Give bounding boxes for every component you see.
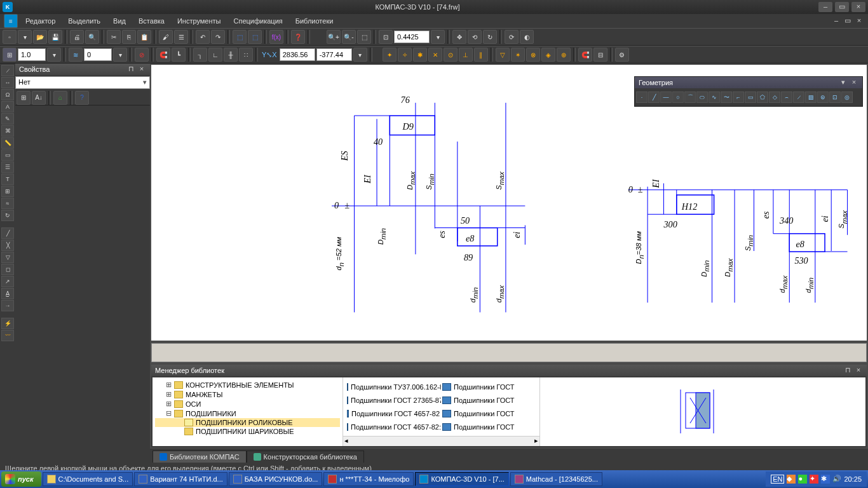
vars-button[interactable]: f(x) <box>269 30 283 44</box>
lang-indicator[interactable]: EN <box>771 475 784 484</box>
prop-alpha-button[interactable]: A↓ <box>32 91 46 105</box>
prop-cat-button[interactable]: ⊞ <box>17 91 31 105</box>
paste-button[interactable]: 📋 <box>137 30 151 44</box>
grid-step-input[interactable] <box>18 48 46 61</box>
rect-tool[interactable]: ▭ <box>745 92 756 103</box>
select-tool[interactable]: ▭ <box>1 149 14 161</box>
zoom-input[interactable] <box>394 30 430 43</box>
save-button[interactable]: 💾 <box>48 30 62 44</box>
copy-props-button[interactable]: 🖌 <box>159 30 173 44</box>
taskbar-item-explorer[interactable]: C:\Documents and S... <box>43 472 133 486</box>
geom-tool[interactable]: ⟋ <box>1 65 14 76</box>
doc-restore-button[interactable]: ▭ <box>843 17 853 25</box>
snap12-button[interactable]: ⊕ <box>557 48 571 62</box>
spec-tool[interactable]: ☰ <box>1 161 14 173</box>
help-button[interactable]: ❓ <box>291 30 305 44</box>
minimize-button[interactable]: – <box>818 2 832 12</box>
symbols-tool[interactable]: Ω <box>1 89 14 100</box>
coord-dd[interactable]: ▾ <box>353 48 367 62</box>
doc-close-button[interactable]: × <box>854 17 864 25</box>
properties-close-icon[interactable]: × <box>137 65 146 74</box>
ellipse-tool[interactable]: ⬭ <box>696 92 708 103</box>
aux-tool[interactable]: ╳ <box>1 240 14 251</box>
spring-tool[interactable]: 〰 <box>1 330 14 341</box>
collect-tool[interactable]: ⊡ <box>829 92 841 103</box>
tree-item-seals[interactable]: ⊞МАНЖЕТЫ <box>155 390 340 399</box>
taskbar-item-kompas[interactable]: КОМПАС-3D V10 - [7... <box>415 472 508 486</box>
tray-clock[interactable]: 20:25 <box>844 475 862 483</box>
table-tool[interactable]: ⊞ <box>1 186 14 197</box>
tree-item-constructive[interactable]: ⊞КОНСТРУКТИВНЫЕ ЭЛЕМЕНТЫ <box>155 380 340 390</box>
zoom-in-button[interactable]: 🔍+ <box>327 30 341 44</box>
measure-tool[interactable]: 📏 <box>1 137 14 149</box>
shade-button[interactable]: ◐ <box>520 30 534 44</box>
tab-construct-lib[interactable]: Конструкторская библиотека <box>247 451 364 463</box>
menu-view[interactable]: Вид <box>108 16 131 26</box>
ortho-button[interactable]: ┐ <box>193 48 207 62</box>
preview-button[interactable]: 🔍 <box>85 30 99 44</box>
tree-item-ball-bearings[interactable]: ПОДШИПНИКИ ШАРИКОВЫЕ <box>155 427 340 436</box>
props-button[interactable]: ☰ <box>174 30 188 44</box>
rotate-button[interactable]: ↻ <box>483 30 497 44</box>
contour-tool[interactable]: ◇ <box>769 92 780 103</box>
dim-tool[interactable]: ↔ <box>1 77 14 88</box>
fillet-tool[interactable]: ⌢ <box>781 92 792 103</box>
new-button[interactable]: ▫ <box>3 30 17 44</box>
menu-spec[interactable]: Спецификация <box>229 16 288 26</box>
snap5-button[interactable]: ⊙ <box>444 48 458 62</box>
layer-icon[interactable]: ≋ <box>69 48 83 62</box>
tab-kompas-libs[interactable]: Библиотеки КОМПАС <box>153 451 247 463</box>
local-cs-button[interactable]: ┗ <box>172 48 186 62</box>
segment-tool[interactable]: — <box>660 92 672 103</box>
zoom-out-button[interactable]: 🔍- <box>342 30 356 44</box>
zoom-dd-button[interactable]: ▾ <box>431 30 445 44</box>
leader-tool[interactable]: ↗ <box>1 276 14 287</box>
rough-tool[interactable]: ▽ <box>1 252 14 263</box>
coord-x-input[interactable] <box>280 48 315 61</box>
libmgr-scrollbar[interactable]: ◂▸ <box>343 436 539 446</box>
taskbar-item-word1[interactable]: Вариант 74 НТиТИ.d... <box>134 472 227 486</box>
label-tool[interactable]: A̲ <box>1 288 14 299</box>
t-tool[interactable]: T <box>1 173 14 185</box>
list-item[interactable]: Подшипники ГОСТ 27365-87 <box>346 393 441 407</box>
libmgr-list[interactable]: Подшипники ТУ37.006.162-89 Подшипники ГО… <box>343 377 540 436</box>
close-button[interactable]: × <box>851 2 865 12</box>
properties-pin-icon[interactable]: ⊓ <box>126 65 135 74</box>
redraw-button[interactable]: ⟳ <box>505 30 519 44</box>
equidist-tool[interactable]: ⊜ <box>817 92 829 103</box>
zoom-window-button[interactable]: ⬚ <box>357 30 371 44</box>
snap7-button[interactable]: ∥ <box>474 48 488 62</box>
properties-combo[interactable]: Нет <box>15 76 150 89</box>
snap-button[interactable]: 🧲 <box>156 48 170 62</box>
list-item[interactable]: Подшипники ГОСТ <box>441 393 536 407</box>
list-item[interactable]: Подшипники ГОСТ <box>441 407 536 420</box>
tree-item-bearings[interactable]: ⊟ПОДШИПНИКИ <box>155 409 340 418</box>
circle-tool[interactable]: ○ <box>672 92 684 103</box>
drawing-canvas[interactable]: Геометрия ▾ × · ╱ — ○ ⌒ ⬭ ∿ 〜 ⌐ ▭ <box>151 65 867 341</box>
region-tool[interactable]: ◎ <box>841 92 853 103</box>
list-item[interactable]: Подшипники ТУ37.006.162-89 <box>346 380 441 393</box>
list-item[interactable]: Подшипники ГОСТ <box>441 380 536 393</box>
lib-button[interactable]: ⬚ <box>233 30 247 44</box>
list-item[interactable]: Подшипники ГОСТ 4657-82::1 <box>346 420 441 433</box>
point-tool[interactable]: · <box>636 92 648 103</box>
snap3-button[interactable]: ✱ <box>413 48 427 62</box>
libmgr-pin-icon[interactable]: ⊓ <box>843 366 852 375</box>
param-button[interactable]: ∷ <box>239 48 253 62</box>
doc-minimize-button[interactable]: – <box>831 17 841 25</box>
snap1-button[interactable]: ✦ <box>383 48 397 62</box>
datum-tool[interactable]: ◻ <box>1 264 14 275</box>
tray-icon[interactable]: ◆ <box>787 475 796 484</box>
snap11-button[interactable]: ◈ <box>541 48 555 62</box>
hatch-tool[interactable]: ▨ <box>805 92 817 103</box>
prop-help-button[interactable]: ? <box>75 91 89 105</box>
stop-button[interactable]: ⊘ <box>135 48 149 62</box>
snap10-button[interactable]: ⊗ <box>526 48 540 62</box>
lib2-button[interactable]: ⬚ <box>248 30 262 44</box>
list-item[interactable]: Подшипники ГОСТ <box>441 420 536 433</box>
taskbar-item-opera[interactable]: н ***ТТ-34 - Миелофо <box>323 472 414 486</box>
copy-button[interactable]: ⎘ <box>122 30 136 44</box>
coord-y-input[interactable] <box>316 48 352 61</box>
properties-header[interactable]: Свойства ⊓ × <box>15 64 150 75</box>
system-tray[interactable]: EN ◆ ● ✦ ✱ 🔊 20:25 <box>766 471 867 487</box>
